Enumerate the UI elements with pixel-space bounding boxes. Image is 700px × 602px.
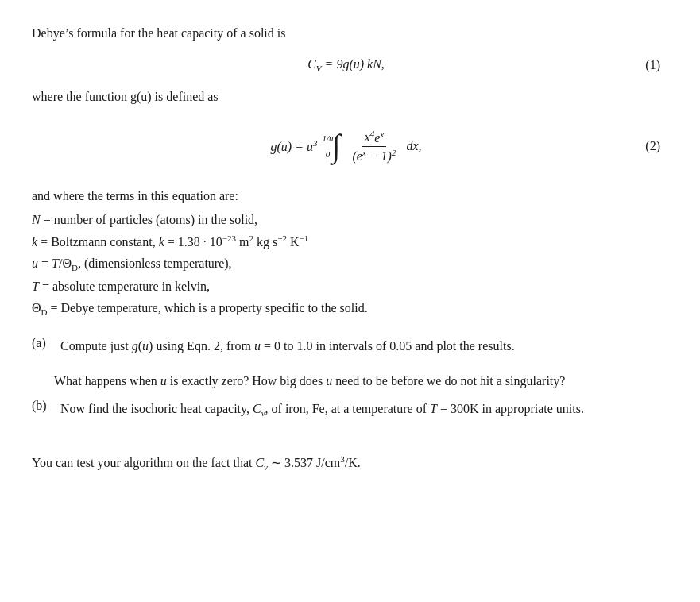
footer-note: You can test your algorithm on the fact … xyxy=(32,453,660,474)
eq2-number: (2) xyxy=(645,139,660,153)
integral-symbol: ∫ xyxy=(331,130,340,162)
eq1-content: CV = 9g(u) kN, xyxy=(307,57,385,73)
sub-question: What happens when u is exactly zero? How… xyxy=(54,371,660,392)
part-a: (a) Compute just g(u) using Eqn. 2, from… xyxy=(32,336,660,357)
integrand-fraction: x4ex (ex − 1)2 xyxy=(350,129,398,164)
def-k: k = Boltzmann constant, k = 1.38 · 10−23… xyxy=(32,231,660,253)
def-theta: ΘD = Debye temperature, which is a prope… xyxy=(32,297,660,320)
part-b-content: Now find the isochoric heat capacity, Cv… xyxy=(60,399,660,421)
eq1-number: (1) xyxy=(645,58,660,72)
def-T: T = absolute temperature in kelvin, xyxy=(32,276,660,297)
where-text: where the function g(u) is defined as xyxy=(32,87,660,106)
page: Debye’s formula for the heat capacity of… xyxy=(32,24,660,474)
part-a-label: (a) xyxy=(32,336,54,350)
def-u: u = T/ΘD, (dimensionless temperature), xyxy=(32,253,660,276)
part-a-content: Compute just g(u) using Eqn. 2, from u =… xyxy=(60,336,660,357)
part-b: (b) Now find the isochoric heat capacity… xyxy=(32,399,660,421)
part-b-label: (b) xyxy=(32,399,54,413)
equation-2: g(u) = u3 1/u 0 ∫ x4ex (ex − 1)2 dx, (2) xyxy=(32,129,660,164)
and-where: and where the terms in this equation are… xyxy=(32,186,660,206)
equation-1: CV = 9g(u) kN, (1) xyxy=(32,57,660,73)
def-N: N = number of particles (atoms) in the s… xyxy=(32,209,660,230)
eq2-content: g(u) = u3 1/u 0 ∫ x4ex (ex − 1)2 dx, xyxy=(270,129,421,164)
integral: 1/u 0 ∫ xyxy=(322,130,342,162)
intro-text: Debye’s formula for the heat capacity of… xyxy=(32,24,660,43)
definitions: N = number of particles (atoms) in the s… xyxy=(32,209,660,320)
